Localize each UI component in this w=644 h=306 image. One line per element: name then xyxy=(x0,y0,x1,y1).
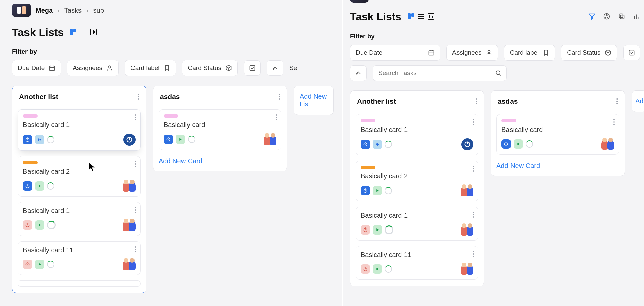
card-title: Basically card xyxy=(501,126,614,134)
card-label xyxy=(23,114,38,118)
page-title: Task Lists xyxy=(350,11,401,23)
card[interactable]: Basically card 11 xyxy=(356,246,478,280)
share-icon[interactable] xyxy=(603,13,610,21)
card-menu-icon[interactable] xyxy=(473,119,474,125)
add-list-label: Add New List xyxy=(300,93,327,108)
card-menu-icon[interactable] xyxy=(473,212,474,218)
filter-clear-button[interactable] xyxy=(350,65,367,81)
list-menu-icon[interactable] xyxy=(279,94,280,100)
timer-icon[interactable] xyxy=(23,260,32,269)
copy-icon[interactable] xyxy=(618,13,625,21)
svg-marker-19 xyxy=(38,138,40,141)
add-list-button[interactable]: Ad xyxy=(632,90,644,112)
card[interactable]: Basically card 2 xyxy=(356,161,478,201)
package-icon xyxy=(605,49,611,56)
card-menu-icon[interactable] xyxy=(613,119,615,125)
card-title: Basically card 2 xyxy=(23,168,136,175)
analytics-icon[interactable] xyxy=(633,13,640,21)
timer-icon[interactable] xyxy=(501,139,511,149)
timer-icon[interactable] xyxy=(164,135,173,144)
add-card-button[interactable]: Add New Card xyxy=(496,162,619,170)
svg-marker-38 xyxy=(179,138,182,141)
play-icon[interactable] xyxy=(514,139,523,149)
filter-due-date[interactable]: Due Date xyxy=(350,45,440,61)
card[interactable]: Basically card 1 xyxy=(356,114,478,155)
filter-assignees[interactable]: Assignees xyxy=(67,60,119,76)
timer-icon[interactable] xyxy=(361,186,370,195)
play-icon[interactable] xyxy=(35,181,44,191)
filter-checkbox-button[interactable] xyxy=(244,60,261,76)
timeline-view-icon[interactable] xyxy=(89,28,97,37)
workspace-logo[interactable] xyxy=(12,4,31,17)
timer-icon[interactable] xyxy=(361,225,370,235)
timer-icon[interactable] xyxy=(361,140,370,149)
card[interactable] xyxy=(18,280,141,287)
filter-label: Filter by xyxy=(12,48,334,55)
card[interactable]: Basically card 11 xyxy=(18,241,141,275)
list-menu-icon[interactable] xyxy=(476,98,477,104)
card-menu-icon[interactable] xyxy=(135,246,136,252)
filter-card-status[interactable]: Card Status xyxy=(561,45,617,61)
list-another[interactable]: Another list Basically card 1 xyxy=(350,90,484,286)
calendar-icon xyxy=(428,49,435,56)
list-another[interactable]: Another list Basically card 1 xyxy=(12,86,146,293)
check-square-icon xyxy=(249,65,256,71)
list-view-icon[interactable] xyxy=(417,12,425,22)
play-icon[interactable] xyxy=(373,186,382,195)
card-menu-icon[interactable] xyxy=(276,114,277,120)
timer-icon[interactable] xyxy=(23,135,32,144)
card[interactable]: Basically card xyxy=(159,109,281,150)
progress-ring xyxy=(385,225,393,234)
card-menu-icon[interactable] xyxy=(473,166,474,172)
play-icon[interactable] xyxy=(373,264,382,274)
timeline-view-icon[interactable] xyxy=(427,12,435,22)
list-asdas[interactable]: asdas Basically card xyxy=(491,90,625,176)
filter-icon[interactable] xyxy=(588,13,596,21)
play-icon[interactable] xyxy=(35,220,44,230)
card-label xyxy=(23,161,38,164)
card[interactable]: Basically card 1 xyxy=(356,207,478,241)
filter-card-label[interactable]: Card label xyxy=(125,60,176,76)
card-menu-icon[interactable] xyxy=(473,251,474,257)
workspace-logo[interactable] xyxy=(350,0,369,3)
card[interactable]: Basically card 1 xyxy=(18,109,141,151)
search-field[interactable] xyxy=(378,69,491,77)
card[interactable]: Basically card 2 xyxy=(18,156,141,197)
crumb-section[interactable]: Tasks xyxy=(64,7,82,14)
board-view-icon[interactable] xyxy=(69,28,77,37)
card[interactable]: Basically card 1 xyxy=(18,202,141,236)
filter-card-status[interactable]: Card Status xyxy=(182,60,238,76)
list-title: Another list xyxy=(357,97,396,105)
play-icon[interactable] xyxy=(373,225,382,235)
add-card-button[interactable]: Add New Card xyxy=(159,157,281,165)
filter-due-date[interactable]: Due Date xyxy=(12,60,61,76)
timer-icon[interactable] xyxy=(23,181,32,191)
crumb-workspace[interactable]: Mega xyxy=(36,7,53,14)
filter-clear-button[interactable] xyxy=(267,60,283,76)
play-icon[interactable] xyxy=(35,260,44,269)
crumb-sub[interactable]: sub xyxy=(93,7,104,14)
progress-ring xyxy=(188,136,195,143)
card-menu-icon[interactable] xyxy=(135,114,136,120)
list-menu-icon[interactable] xyxy=(616,98,618,104)
avatar xyxy=(461,263,473,275)
list-asdas[interactable]: asdas Basically card xyxy=(153,86,287,171)
filter-checkbox-button[interactable] xyxy=(623,45,640,60)
timer-icon[interactable] xyxy=(361,264,370,274)
forward-icon[interactable] xyxy=(373,140,382,149)
card[interactable]: Basically card xyxy=(496,114,619,155)
play-icon[interactable] xyxy=(176,135,185,144)
svg-marker-69 xyxy=(376,143,377,146)
list-menu-icon[interactable] xyxy=(138,94,139,100)
card-menu-icon[interactable] xyxy=(135,161,136,167)
filter-assignees[interactable]: Assignees xyxy=(446,45,498,61)
eraser-icon xyxy=(272,65,278,71)
list-view-icon[interactable] xyxy=(79,28,87,37)
timer-icon[interactable] xyxy=(23,220,32,230)
filter-card-label[interactable]: Card label xyxy=(504,45,555,61)
search-input[interactable] xyxy=(373,65,507,81)
card-menu-icon[interactable] xyxy=(135,207,136,213)
add-list-button[interactable]: Add New List xyxy=(294,86,334,115)
board-view-icon[interactable] xyxy=(407,12,415,22)
forward-icon[interactable] xyxy=(35,135,44,144)
